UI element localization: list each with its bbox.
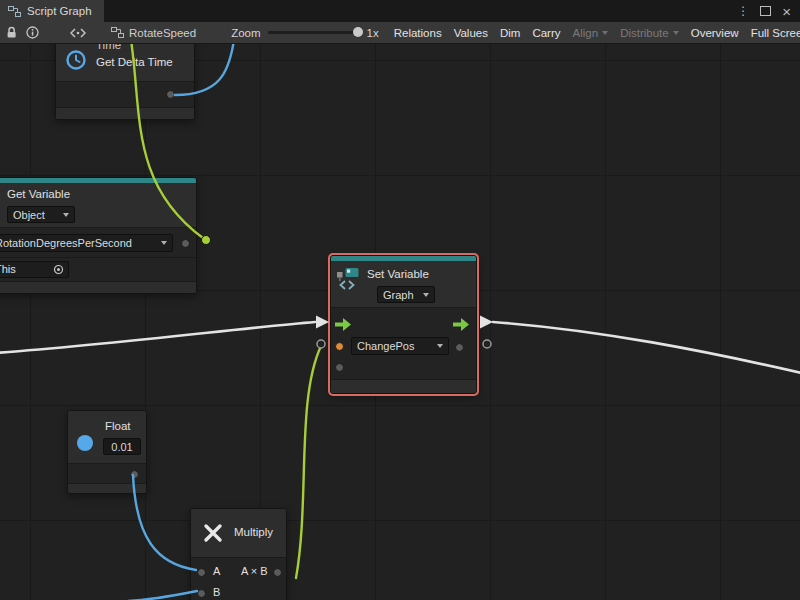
flow-output-port[interactable] [453,318,469,331]
flow-input-port[interactable] [335,318,351,331]
input-port-b[interactable] [197,589,206,598]
zoom-slider-knob[interactable] [353,27,363,37]
window-close-icon[interactable]: × [782,4,791,19]
toolbar-button-distribute[interactable]: Distribute [614,22,685,43]
zoom-control: Zoom 1x [231,27,379,39]
node-multiply[interactable]: Multiply A A × B B [190,508,287,600]
toolbar-button-overview[interactable]: Overview [685,22,745,43]
float-value: 0.01 [111,441,132,453]
graph-asset-icon [111,27,124,38]
wire-flow-in[interactable] [0,322,315,353]
variable-scope-dropdown[interactable]: Graph [377,286,435,303]
graph-toolbar: RotateSpeed Zoom 1x Relations Values Dim… [0,22,800,44]
window-menu-icon[interactable]: ⋮ [737,5,749,17]
node-get-variable[interactable]: Get Variable Object RotationDegreesPerSe… [0,177,197,294]
window-controls: ⋮ × [737,0,800,22]
node-get-delta-time[interactable]: Time Get Delta Time [55,44,195,120]
node-footer [331,379,476,393]
variable-name-label: ChangePos [357,340,415,352]
chevron-down-icon [161,241,167,245]
chevron-down-icon [423,293,429,297]
zoom-label: Zoom [231,27,260,39]
chevron-down-icon [673,31,679,35]
chevron-down-icon [602,31,608,35]
node-footer [56,107,194,119]
variable-scope-label: Graph [383,289,414,301]
variable-scope-label: Object [13,209,45,221]
script-graph-icon [8,6,21,17]
toolbar-button-dim[interactable]: Dim [494,22,526,43]
variable-name-dropdown[interactable]: ChangePos [351,337,449,355]
node-float-literal[interactable]: Float 0.01 [67,410,147,494]
output-port[interactable] [166,90,175,99]
set-variable-icon [336,265,362,291]
unity-script-graph-window: Script Graph ⋮ × [0,0,800,600]
clock-icon [65,49,87,71]
chevron-down-icon [437,344,443,348]
wire-arrowhead-in [316,316,329,329]
chevron-down-icon [63,213,69,217]
toolbar-button-relations[interactable]: Relations [388,22,448,43]
object-target-label: This [0,263,16,275]
variable-scope-dropdown[interactable]: Object [7,206,75,223]
value-output-port[interactable] [181,239,190,248]
wire-to-multiply-b[interactable] [128,591,197,600]
output-label: A × B [241,565,268,577]
graph-name-label: RotateSpeed [129,27,196,39]
value-input-port[interactable] [335,342,344,351]
value-output-port[interactable] [455,343,464,352]
input-label-a: A [213,565,220,577]
zoom-slider[interactable] [268,31,360,34]
float-value-field[interactable]: 0.01 [103,438,141,455]
input-label-b: B [213,586,220,598]
node-footer [68,483,146,493]
code-view-icon[interactable] [70,28,86,38]
node-subtitle: Get Delta Time [96,56,173,68]
tab-title: Script Graph [27,5,92,17]
object-picker-icon[interactable] [53,264,64,275]
node-title: Set Variable [367,268,429,280]
toolbar-button-values[interactable]: Values [448,22,494,43]
toolbar-button-align[interactable]: Align [567,22,615,43]
toolbar-button-fullscreen[interactable]: Full Screen [745,22,800,43]
node-title: Multiply [234,526,273,538]
float-type-icon [77,435,93,451]
variable-name-dropdown[interactable]: RotationDegreesPerSecond [0,234,173,252]
info-icon[interactable] [26,26,39,39]
variable-name-label: RotationDegreesPerSecond [0,237,132,249]
tab-script-graph[interactable]: Script Graph [0,0,104,22]
toolbar-button-align-label: Align [573,27,599,39]
input-port-a[interactable] [197,568,206,577]
node-title: Get Variable [7,188,70,200]
toolbar-button-carry[interactable]: Carry [526,22,566,43]
set-variable-left-port-ring[interactable] [317,340,325,348]
wire-arrowhead-out [480,316,493,329]
node-footer [0,281,196,293]
wire-multiply-to-set-variable[interactable] [296,346,321,578]
toolbar-button-group: Relations Values Dim Carry Align Distrib… [388,22,800,43]
get-variable-output-port[interactable] [202,236,211,245]
fallback-input-port[interactable] [335,363,344,372]
graph-asset-reference[interactable]: RotateSpeed [111,27,196,39]
wire-flow-out[interactable] [493,322,800,374]
zoom-value: 1x [367,27,379,39]
window-maximize-icon[interactable] [760,6,771,16]
lock-icon[interactable] [6,26,17,39]
node-title: Float [105,420,131,432]
toolbar-button-distribute-label: Distribute [620,27,669,39]
tab-bar: Script Graph ⋮ × [0,0,800,22]
graph-canvas[interactable]: Time Get Delta Time Get Variable Object … [0,44,800,600]
output-port[interactable] [273,568,282,577]
node-set-variable[interactable]: Set Variable Graph ChangePos [330,255,477,394]
node-title: Time [96,44,121,51]
value-output-port[interactable] [130,470,139,479]
multiply-icon [202,522,224,544]
set-variable-right-port-ring[interactable] [483,340,491,348]
